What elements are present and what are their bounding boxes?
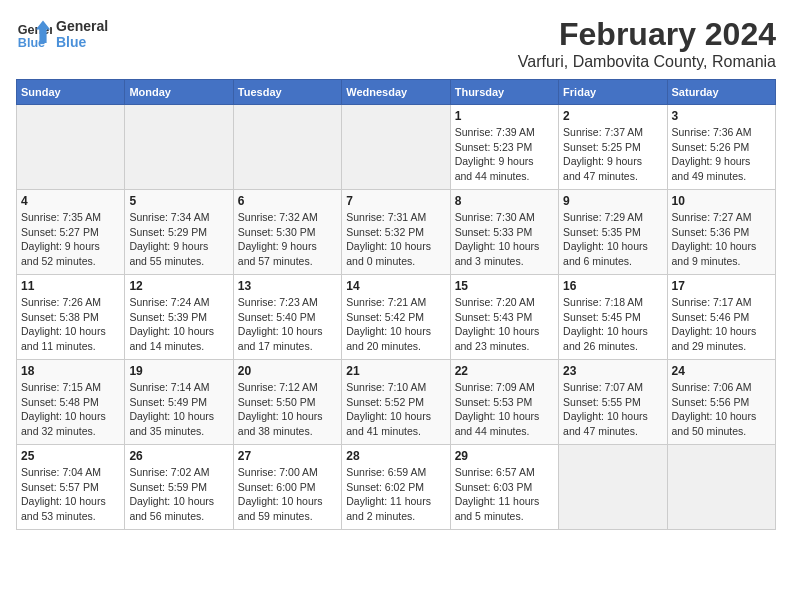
weekday-header-sunday: Sunday	[17, 80, 125, 105]
day-number: 6	[238, 194, 337, 208]
day-detail: Sunrise: 7:24 AM Sunset: 5:39 PM Dayligh…	[129, 295, 228, 354]
day-detail: Sunrise: 7:00 AM Sunset: 6:00 PM Dayligh…	[238, 465, 337, 524]
day-detail: Sunrise: 7:15 AM Sunset: 5:48 PM Dayligh…	[21, 380, 120, 439]
day-detail: Sunrise: 7:12 AM Sunset: 5:50 PM Dayligh…	[238, 380, 337, 439]
calendar-cell: 1Sunrise: 7:39 AM Sunset: 5:23 PM Daylig…	[450, 105, 558, 190]
day-detail: Sunrise: 7:09 AM Sunset: 5:53 PM Dayligh…	[455, 380, 554, 439]
calendar-cell: 18Sunrise: 7:15 AM Sunset: 5:48 PM Dayli…	[17, 360, 125, 445]
day-number: 24	[672, 364, 771, 378]
calendar-cell: 3Sunrise: 7:36 AM Sunset: 5:26 PM Daylig…	[667, 105, 775, 190]
calendar-cell: 25Sunrise: 7:04 AM Sunset: 5:57 PM Dayli…	[17, 445, 125, 530]
day-detail: Sunrise: 7:37 AM Sunset: 5:25 PM Dayligh…	[563, 125, 662, 184]
calendar-cell: 15Sunrise: 7:20 AM Sunset: 5:43 PM Dayli…	[450, 275, 558, 360]
calendar-cell: 2Sunrise: 7:37 AM Sunset: 5:25 PM Daylig…	[559, 105, 667, 190]
page-header: General Blue General Blue February 2024 …	[16, 16, 776, 71]
calendar-cell: 29Sunrise: 6:57 AM Sunset: 6:03 PM Dayli…	[450, 445, 558, 530]
calendar-cell	[342, 105, 450, 190]
day-number: 3	[672, 109, 771, 123]
day-detail: Sunrise: 6:59 AM Sunset: 6:02 PM Dayligh…	[346, 465, 445, 524]
day-number: 5	[129, 194, 228, 208]
day-number: 7	[346, 194, 445, 208]
day-detail: Sunrise: 7:29 AM Sunset: 5:35 PM Dayligh…	[563, 210, 662, 269]
day-detail: Sunrise: 7:18 AM Sunset: 5:45 PM Dayligh…	[563, 295, 662, 354]
calendar-cell	[667, 445, 775, 530]
day-detail: Sunrise: 7:07 AM Sunset: 5:55 PM Dayligh…	[563, 380, 662, 439]
day-number: 25	[21, 449, 120, 463]
day-detail: Sunrise: 7:31 AM Sunset: 5:32 PM Dayligh…	[346, 210, 445, 269]
weekday-header-monday: Monday	[125, 80, 233, 105]
calendar-cell: 27Sunrise: 7:00 AM Sunset: 6:00 PM Dayli…	[233, 445, 341, 530]
day-detail: Sunrise: 7:27 AM Sunset: 5:36 PM Dayligh…	[672, 210, 771, 269]
day-number: 13	[238, 279, 337, 293]
calendar-cell: 8Sunrise: 7:30 AM Sunset: 5:33 PM Daylig…	[450, 190, 558, 275]
calendar-cell: 13Sunrise: 7:23 AM Sunset: 5:40 PM Dayli…	[233, 275, 341, 360]
calendar-week-3: 11Sunrise: 7:26 AM Sunset: 5:38 PM Dayli…	[17, 275, 776, 360]
day-number: 11	[21, 279, 120, 293]
day-number: 20	[238, 364, 337, 378]
day-number: 9	[563, 194, 662, 208]
day-number: 21	[346, 364, 445, 378]
calendar-cell: 4Sunrise: 7:35 AM Sunset: 5:27 PM Daylig…	[17, 190, 125, 275]
day-detail: Sunrise: 7:32 AM Sunset: 5:30 PM Dayligh…	[238, 210, 337, 269]
calendar-cell	[125, 105, 233, 190]
day-detail: Sunrise: 7:06 AM Sunset: 5:56 PM Dayligh…	[672, 380, 771, 439]
weekday-header-friday: Friday	[559, 80, 667, 105]
day-number: 22	[455, 364, 554, 378]
calendar-cell: 12Sunrise: 7:24 AM Sunset: 5:39 PM Dayli…	[125, 275, 233, 360]
day-number: 23	[563, 364, 662, 378]
day-detail: Sunrise: 7:02 AM Sunset: 5:59 PM Dayligh…	[129, 465, 228, 524]
day-detail: Sunrise: 7:34 AM Sunset: 5:29 PM Dayligh…	[129, 210, 228, 269]
calendar-cell: 20Sunrise: 7:12 AM Sunset: 5:50 PM Dayli…	[233, 360, 341, 445]
logo-line1: General	[56, 18, 108, 34]
calendar-cell: 6Sunrise: 7:32 AM Sunset: 5:30 PM Daylig…	[233, 190, 341, 275]
calendar-body: 1Sunrise: 7:39 AM Sunset: 5:23 PM Daylig…	[17, 105, 776, 530]
day-detail: Sunrise: 7:21 AM Sunset: 5:42 PM Dayligh…	[346, 295, 445, 354]
calendar-cell: 16Sunrise: 7:18 AM Sunset: 5:45 PM Dayli…	[559, 275, 667, 360]
day-number: 29	[455, 449, 554, 463]
day-number: 27	[238, 449, 337, 463]
day-detail: Sunrise: 7:26 AM Sunset: 5:38 PM Dayligh…	[21, 295, 120, 354]
day-number: 19	[129, 364, 228, 378]
day-detail: Sunrise: 7:30 AM Sunset: 5:33 PM Dayligh…	[455, 210, 554, 269]
calendar-subtitle: Varfuri, Dambovita County, Romania	[518, 53, 776, 71]
day-number: 10	[672, 194, 771, 208]
calendar-cell: 28Sunrise: 6:59 AM Sunset: 6:02 PM Dayli…	[342, 445, 450, 530]
calendar-cell	[233, 105, 341, 190]
day-number: 2	[563, 109, 662, 123]
day-number: 18	[21, 364, 120, 378]
calendar-week-1: 1Sunrise: 7:39 AM Sunset: 5:23 PM Daylig…	[17, 105, 776, 190]
day-number: 12	[129, 279, 228, 293]
day-number: 8	[455, 194, 554, 208]
day-number: 15	[455, 279, 554, 293]
logo-line2: Blue	[56, 34, 108, 50]
logo-icon: General Blue	[16, 16, 52, 52]
day-number: 14	[346, 279, 445, 293]
calendar-cell: 19Sunrise: 7:14 AM Sunset: 5:49 PM Dayli…	[125, 360, 233, 445]
calendar-cell: 26Sunrise: 7:02 AM Sunset: 5:59 PM Dayli…	[125, 445, 233, 530]
calendar-cell: 22Sunrise: 7:09 AM Sunset: 5:53 PM Dayli…	[450, 360, 558, 445]
calendar-cell: 23Sunrise: 7:07 AM Sunset: 5:55 PM Dayli…	[559, 360, 667, 445]
calendar-cell: 9Sunrise: 7:29 AM Sunset: 5:35 PM Daylig…	[559, 190, 667, 275]
day-number: 4	[21, 194, 120, 208]
logo: General Blue General Blue	[16, 16, 108, 52]
weekday-header-wednesday: Wednesday	[342, 80, 450, 105]
day-detail: Sunrise: 7:36 AM Sunset: 5:26 PM Dayligh…	[672, 125, 771, 184]
calendar-week-4: 18Sunrise: 7:15 AM Sunset: 5:48 PM Dayli…	[17, 360, 776, 445]
calendar-cell: 14Sunrise: 7:21 AM Sunset: 5:42 PM Dayli…	[342, 275, 450, 360]
weekday-header-tuesday: Tuesday	[233, 80, 341, 105]
calendar-title: February 2024	[518, 16, 776, 53]
day-number: 17	[672, 279, 771, 293]
calendar-cell: 5Sunrise: 7:34 AM Sunset: 5:29 PM Daylig…	[125, 190, 233, 275]
day-number: 16	[563, 279, 662, 293]
weekday-header-thursday: Thursday	[450, 80, 558, 105]
calendar-cell	[17, 105, 125, 190]
calendar-week-5: 25Sunrise: 7:04 AM Sunset: 5:57 PM Dayli…	[17, 445, 776, 530]
day-detail: Sunrise: 7:10 AM Sunset: 5:52 PM Dayligh…	[346, 380, 445, 439]
calendar-week-2: 4Sunrise: 7:35 AM Sunset: 5:27 PM Daylig…	[17, 190, 776, 275]
day-number: 1	[455, 109, 554, 123]
calendar-cell: 24Sunrise: 7:06 AM Sunset: 5:56 PM Dayli…	[667, 360, 775, 445]
calendar-cell: 7Sunrise: 7:31 AM Sunset: 5:32 PM Daylig…	[342, 190, 450, 275]
day-detail: Sunrise: 7:20 AM Sunset: 5:43 PM Dayligh…	[455, 295, 554, 354]
calendar-cell: 11Sunrise: 7:26 AM Sunset: 5:38 PM Dayli…	[17, 275, 125, 360]
day-detail: Sunrise: 7:04 AM Sunset: 5:57 PM Dayligh…	[21, 465, 120, 524]
